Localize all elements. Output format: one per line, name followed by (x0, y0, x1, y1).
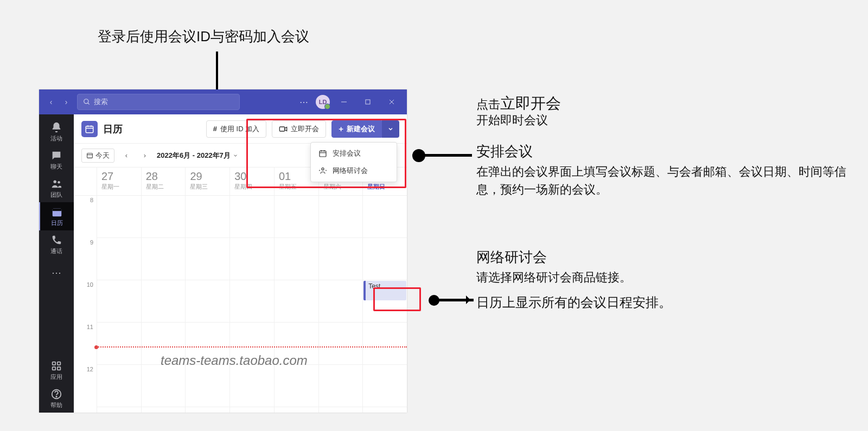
dropdown-item-webinar[interactable]: 网络研讨会 (311, 162, 397, 179)
calendar-event[interactable]: Test (363, 281, 406, 300)
webinar-icon (318, 166, 327, 175)
day-column[interactable] (318, 196, 363, 413)
day-column-today[interactable]: Test (362, 196, 407, 413)
day-name: 星期五 (279, 183, 314, 191)
help-icon (50, 388, 62, 400)
titlebar: ‹ › 搜索 ⋯ LD (39, 89, 407, 114)
join-with-id-button[interactable]: # 使用 ID 加入 (206, 120, 266, 138)
hour-label: 9 (74, 238, 97, 280)
prev-week-button[interactable]: ‹ (120, 149, 133, 162)
dropdown-label: 安排会议 (333, 149, 361, 158)
svg-rect-6 (86, 126, 93, 132)
sidebar-item-help[interactable]: 帮助 (39, 384, 74, 413)
maximize-button[interactable] (358, 94, 378, 110)
search-icon (83, 98, 91, 106)
app-sidebar: 活动 聊天 团队 日历 通话 ⋯ 应用 帮助 (39, 114, 74, 413)
date-range-text: 2022年6月 - 2022年7月 (157, 151, 231, 160)
annotation-schedule-title: 安排会议 (476, 141, 533, 162)
avatar[interactable]: LD (316, 95, 330, 109)
nav-back-button[interactable]: ‹ (44, 95, 58, 108)
sidebar-item-chat[interactable]: 聊天 (39, 146, 74, 174)
calendar-schedule-icon (318, 149, 327, 158)
svg-rect-17 (53, 362, 56, 365)
day-number: 01 (279, 171, 314, 182)
search-input[interactable]: 搜索 (77, 94, 240, 110)
svg-point-22 (56, 396, 56, 396)
calendar-toolbar: 日历 # 使用 ID 加入 立即开会 + 新建会议 (74, 114, 407, 144)
day-name: 星期二 (146, 183, 181, 191)
today-button[interactable]: 今天 (81, 149, 114, 163)
sidebar-item-calls[interactable]: 通话 (39, 230, 74, 259)
more-options-button[interactable]: ⋯ (296, 97, 311, 107)
svg-rect-23 (320, 151, 326, 157)
day-column[interactable] (274, 196, 318, 413)
svg-rect-20 (58, 366, 61, 370)
minimize-button[interactable] (334, 94, 354, 110)
day-number: 30 (234, 171, 270, 182)
apps-icon (50, 360, 62, 372)
day-name: 星期六 (323, 183, 359, 191)
sidebar-label: 帮助 (50, 401, 62, 409)
day-header[interactable]: 29星期三 (185, 168, 229, 195)
day-column[interactable] (229, 196, 274, 413)
calendar-app-icon (81, 121, 98, 137)
button-label: 今天 (95, 151, 110, 160)
chevron-down-icon (233, 153, 238, 158)
annotation-arrow (423, 154, 472, 157)
date-range-label[interactable]: 2022年6月 - 2022年7月 (157, 151, 238, 160)
annotation-calendar-display: 日历上显示所有的会议日程安排。 (476, 293, 672, 312)
svg-point-13 (54, 180, 57, 183)
calendar-grid[interactable]: 8 9 10 11 12 Test (74, 196, 407, 413)
new-meeting-button[interactable]: + 新建会议 (331, 120, 382, 138)
annotation-arrow (437, 299, 474, 301)
hour-label: 10 (74, 280, 97, 323)
day-column[interactable] (185, 196, 229, 413)
day-number: 27 (101, 171, 137, 182)
day-column[interactable] (141, 196, 186, 413)
page-title: 日历 (103, 123, 123, 136)
sidebar-more-button[interactable]: ⋯ (52, 262, 61, 284)
day-header[interactable]: 27星期一 (97, 168, 141, 195)
svg-rect-16 (53, 208, 62, 211)
current-time-indicator (97, 346, 407, 348)
hash-icon: # (213, 125, 217, 133)
day-name: 星期三 (190, 183, 225, 191)
next-week-button[interactable]: › (138, 149, 151, 162)
new-meeting-dropdown-button[interactable] (382, 120, 399, 138)
hour-label: 11 (74, 323, 97, 365)
svg-line-1 (88, 103, 90, 105)
sidebar-item-activity[interactable]: 活动 (39, 118, 74, 146)
search-placeholder: 搜索 (94, 97, 108, 107)
annotation-meet-now-body: 开始即时会议 (476, 111, 548, 129)
annotation-webinar-body: 请选择网络研讨会商品链接。 (476, 268, 631, 286)
sidebar-label: 应用 (50, 373, 62, 381)
button-label: 新建会议 (347, 124, 375, 134)
people-icon (50, 178, 62, 190)
sidebar-item-teams[interactable]: 团队 (39, 174, 74, 202)
dropdown-label: 网络研讨会 (333, 166, 368, 176)
meet-now-button[interactable]: 立即开会 (272, 120, 326, 138)
time-gutter: 8 9 10 11 12 (74, 196, 97, 413)
chevron-down-icon (387, 126, 394, 132)
day-header[interactable]: 28星期二 (141, 168, 186, 195)
day-column[interactable] (97, 196, 141, 413)
dropdown-item-schedule[interactable]: 安排会议 (311, 145, 397, 162)
video-icon (279, 125, 288, 133)
nav-forward-button[interactable]: › (60, 95, 73, 108)
sidebar-item-apps[interactable]: 应用 (39, 356, 74, 384)
teams-window: ‹ › 搜索 ⋯ LD 日历 # 使用 ID 加入 (39, 89, 407, 413)
annotation-webinar-title: 网络研讨会 (476, 247, 547, 268)
svg-point-14 (58, 181, 60, 183)
sidebar-item-calendar[interactable]: 日历 (39, 202, 74, 230)
sidebar-label: 通话 (50, 247, 62, 255)
day-number: 29 (190, 171, 225, 182)
day-name: 星期日 (367, 183, 403, 191)
svg-rect-10 (280, 127, 285, 131)
close-button[interactable] (382, 94, 401, 110)
day-header[interactable]: 30星期四 (229, 168, 274, 195)
day-name: 星期一 (101, 183, 137, 191)
chat-icon (50, 150, 62, 162)
svg-point-27 (322, 168, 324, 170)
annotation-text-big: 立即开会 (500, 95, 561, 112)
nav-arrows: ‹ › (44, 95, 73, 108)
